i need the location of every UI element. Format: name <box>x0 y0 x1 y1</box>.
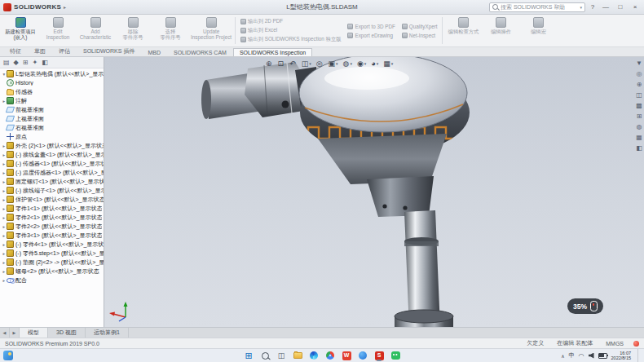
wps-icon[interactable]: W <box>341 350 352 361</box>
tree-item[interactable]: ▸ 零件2<1> (默认<<默认>_显示状态 <box>2 213 104 222</box>
help-button[interactable]: ? <box>589 3 597 11</box>
tree-item[interactable]: ▸ (-) 接线盒盖<1> (默认<<默认>_显示 <box>2 150 104 159</box>
tree-item[interactable]: 原点 <box>2 132 104 141</box>
ribbon-tab[interactable]: 特征 <box>3 46 28 56</box>
ribbon-button[interactable]: 选择 零件序号 <box>152 15 189 46</box>
ribbon-button[interactable]: 新建检查项目 (嵌入) <box>2 15 39 46</box>
ribbon-button[interactable]: 移除 零件序号 <box>114 15 152 46</box>
section-view-icon[interactable]: ◫ ▾ <box>302 60 311 68</box>
edit-appearance-icon[interactable]: ◕ ▾ <box>371 60 378 68</box>
ribbon-small-button[interactable]: 输出到 SOLIDWORKS Inspection 独立版 <box>240 36 341 44</box>
ribbon-button[interactable]: 编辑操作 <box>482 15 519 46</box>
start-button[interactable]: ⊞ <box>243 350 254 361</box>
graphics-viewport[interactable]: ⊕ ⊡ ↶ ◫ ▾ ◎ ▣ <box>104 57 644 327</box>
ribbon-button[interactable]: 编辑检查方式 <box>444 15 482 46</box>
ribbon-button[interactable]: Update Inspection Project <box>189 15 233 46</box>
search-caret-icon[interactable]: ▾ <box>580 5 582 10</box>
tree-item[interactable]: History <box>2 78 104 87</box>
widgets-icon[interactable] <box>3 351 13 360</box>
close-button[interactable]: × <box>629 3 641 11</box>
search-icon[interactable] <box>259 350 271 361</box>
document-tab[interactable]: 3D 视图 <box>48 328 86 338</box>
mass-properties-icon[interactable]: ⊞ <box>637 113 642 120</box>
zoom-tools-icon[interactable]: ⊕ <box>637 81 642 88</box>
zoom-area-icon[interactable]: ⊡ <box>278 60 285 68</box>
camera-views-icon[interactable]: ◎ <box>637 70 642 77</box>
filter-tree-icon[interactable]: ▼ <box>636 60 642 67</box>
edge-icon[interactable] <box>308 350 320 361</box>
ribbon-tab[interactable]: MBD <box>141 48 167 56</box>
tab-scroll-right-icon[interactable]: ▶ <box>10 328 20 338</box>
ribbon-tab[interactable]: 评估 <box>52 46 77 56</box>
dimxpert-tab-icon[interactable]: ✦ <box>32 59 37 67</box>
featuremanager-tab-icon[interactable]: ▤ <box>3 59 10 67</box>
ribbon-tab[interactable]: SOLIDWORKS CAM <box>167 48 233 56</box>
annotation-visibility-icon[interactable]: ◎ <box>316 60 324 68</box>
show-desktop-button[interactable] <box>637 349 641 362</box>
ribbon-tab[interactable]: SOLIDWORKS 插件 <box>77 46 141 56</box>
appearance-icon[interactable]: ◍ <box>637 123 642 130</box>
tree-item[interactable]: ▸ 注解 <box>2 96 104 105</box>
clock[interactable]: 16:07 2022/8/15 <box>611 351 631 361</box>
scene-icon[interactable]: ▦ ▾ <box>383 60 393 68</box>
tree-item[interactable]: ▸ (-) 传感器<1> (默认<<默认>_显示状 <box>2 159 104 168</box>
measure-icon[interactable]: ▩ <box>636 102 642 109</box>
view-orientation-icon[interactable]: ▣ ▾ <box>329 60 338 68</box>
tree-item[interactable]: ▸ (-) 温度传感器<1> (默认<<默认>_显 <box>2 168 104 177</box>
tree-item[interactable]: ▸ 螺母<2> (默认<<默认>_显示状态 <box>2 267 104 276</box>
tree-item[interactable]: ▸ 保护管<1> (默认<<默认>_显示状态 <box>2 195 104 204</box>
displaymanager-tab-icon[interactable]: ◧ <box>42 59 48 67</box>
ribbon-button[interactable]: Edit Inspection <box>39 15 77 46</box>
tray-expand-icon[interactable]: ∧ <box>561 353 564 359</box>
tree-item[interactable]: ▸ (-) 零件5.step<1> (默认<<默认>_显 <box>2 249 104 258</box>
help-search-input[interactable]: 搜索 SOLIDWORKS 帮助 ▾ <box>489 2 585 12</box>
solidworks-icon[interactable]: S <box>373 350 385 361</box>
display-style-icon[interactable]: ◍ ▾ <box>343 60 352 68</box>
tree-item[interactable]: ▸ 固定螺钉<1> (默认<<默认>_显示状态 <box>2 177 104 186</box>
ribbon-tab[interactable]: SOLIDWORKS Inspection <box>233 48 312 56</box>
ribbon-button[interactable]: Add Characteristic <box>77 15 114 46</box>
configurationmanager-tab-icon[interactable]: ⊞ <box>23 59 29 67</box>
document-tab[interactable]: 模型 <box>20 328 48 338</box>
maximize-button[interactable]: □ <box>615 3 626 11</box>
tree-item[interactable]: 传感器 <box>2 87 104 96</box>
status-unit-system[interactable]: MMGS <box>606 341 624 347</box>
scene-settings-icon[interactable]: ▦ <box>636 134 642 141</box>
ime-indicator[interactable]: 中 <box>569 351 575 360</box>
tree-item[interactable]: ▸ 零件3<1> (默认<<默认>_显示状态 <box>2 231 104 240</box>
tree-item[interactable]: ▸ (-) 垫圈 (2)<2> -> (默认<<默认>_显 <box>2 258 104 267</box>
ribbon-small-button[interactable]: 输出到 Excel <box>240 27 341 35</box>
ribbon-tab[interactable]: 草图 <box>28 46 52 56</box>
ribbon-small-button[interactable]: Export eDrawing <box>347 31 395 39</box>
qq-icon[interactable] <box>357 350 368 361</box>
volume-icon[interactable] <box>589 353 594 359</box>
ribbon-small-button[interactable]: Net-Inspect <box>402 31 438 39</box>
chrome-icon[interactable] <box>324 350 336 361</box>
tree-item[interactable]: ▸ (-) 零件4<1> (默认<<默认>_显示状 <box>2 240 104 249</box>
tree-item[interactable]: ▸ 配合 <box>2 276 104 285</box>
battery-icon[interactable] <box>598 353 607 359</box>
file-explorer-icon[interactable] <box>292 350 303 361</box>
ribbon-small-button[interactable]: QualityXpert <box>402 22 438 30</box>
ribbon-small-button[interactable]: 输出到 2D PDF <box>240 18 341 26</box>
tree-item[interactable]: ▸ 零件2<2> (默认<<默认>_显示状态 <box>2 222 104 231</box>
ribbon-button[interactable]: 编辑宏 <box>519 15 557 46</box>
section-tools-icon[interactable]: ◫ <box>636 91 642 99</box>
previous-view-icon[interactable]: ↶ <box>289 60 297 68</box>
task-view-icon[interactable]: ◫ <box>276 350 287 361</box>
network-icon[interactable]: ◠ <box>579 353 584 359</box>
menu-expand-arrow-icon[interactable]: ▸ <box>64 4 66 10</box>
tree-root-item[interactable]: ▾ L型铠装热电偶 (默认<<默认>_显示状态-1> <box>2 69 104 78</box>
tree-item[interactable]: 上视基准面 <box>2 114 104 123</box>
document-tab[interactable]: 运动算例1 <box>86 328 129 338</box>
tree-item[interactable]: 右视基准面 <box>2 123 104 132</box>
view-cube-icon[interactable]: ◧ <box>636 144 642 152</box>
tree-item[interactable]: ▸ 外壳 (2)<1> (默认<<默认>_显示状态 <box>2 141 104 150</box>
ribbon-small-button[interactable]: Export to 3D PDF <box>347 22 395 30</box>
tree-item[interactable]: ▸ (-) 接线端子<1> (默认<<默认>_显示 <box>2 186 104 195</box>
tree-item[interactable]: 前视基准面 <box>2 105 104 114</box>
minimize-button[interactable]: — <box>600 3 611 11</box>
zoom-fit-icon[interactable]: ⊕ <box>266 60 273 68</box>
hide-show-items-icon[interactable]: ◉ ▾ <box>357 60 366 68</box>
tree-item[interactable]: ▸ 零件1<1> (默认<<默认>_显示状态 <box>2 204 104 213</box>
